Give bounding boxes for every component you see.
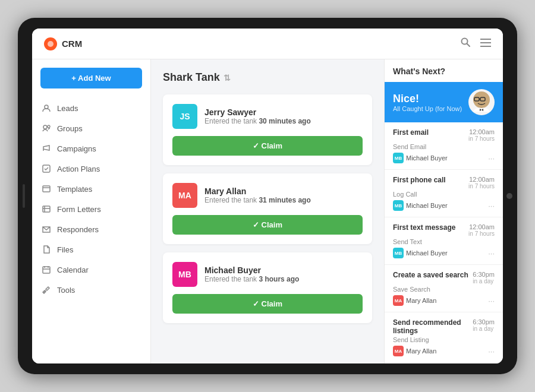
task-action: Log Call [393, 191, 495, 198]
topbar-logo: CRM [44, 37, 460, 50]
sidebar-item-form-letters[interactable]: Form Letters [32, 199, 150, 219]
add-new-button[interactable]: + Add New [40, 68, 142, 88]
sidebar-label-files: Files [57, 245, 73, 254]
task-more-button[interactable]: ··· [488, 201, 495, 210]
task-name: First email [393, 128, 429, 137]
campaigns-icon [42, 144, 51, 153]
sidebar-item-action-plans[interactable]: Action Plans [32, 159, 150, 179]
calendar-icon [42, 265, 51, 274]
task-time: 6:30pm [473, 271, 495, 278]
lead-cards-container: JS Jerry Sawyer Entered the tank 30 minu… [163, 94, 372, 323]
content-title: Shark Tank ⇅ [163, 71, 372, 84]
sidebar-label-leads: Leads [57, 104, 78, 113]
lead-header: JS Jerry Sawyer Entered the tank 30 minu… [172, 104, 363, 129]
claim-button[interactable]: ✓ Claim [172, 136, 363, 156]
claim-button[interactable]: ✓ Claim [172, 294, 363, 314]
task-person-avatar: MB [393, 248, 404, 258]
logo-icon [44, 37, 57, 50]
task-action: Send Listing [393, 336, 495, 343]
lead-name: Michael Buyer [204, 265, 299, 275]
topbar-icons [460, 37, 491, 50]
whats-next-header: What's Next? [385, 59, 503, 76]
task-name: First text message [393, 223, 455, 232]
menu-icon[interactable] [480, 37, 491, 50]
main-layout: + Add New Leads Groups [32, 59, 503, 363]
svg-rect-10 [43, 206, 50, 212]
svg-point-12 [473, 91, 490, 108]
lead-avatar: MB [172, 262, 197, 287]
task-item: First phone call 12:00am in 7 hours Log … [385, 170, 503, 217]
sidebar-item-campaigns[interactable]: Campaigns [32, 138, 150, 159]
sidebar-label-campaigns: Campaigns [57, 144, 96, 153]
task-time-sub: in 7 hours [468, 135, 495, 142]
sidebar-item-groups[interactable]: Groups [32, 118, 150, 138]
svg-point-6 [43, 125, 47, 129]
task-more-button[interactable]: ··· [488, 249, 495, 258]
sidebar-label-action-plans: Action Plans [57, 165, 100, 173]
sidebar-label-tools: Tools [57, 286, 75, 295]
task-action: Save Search [393, 286, 495, 293]
lead-avatar: JS [172, 104, 197, 129]
lead-name: Mary Allan [204, 186, 311, 196]
task-person-avatar: MB [393, 153, 404, 163]
lead-name: Jerry Sawyer [204, 108, 311, 117]
task-time: 12:00am [468, 176, 495, 183]
sidebar-item-files[interactable]: Files [32, 239, 150, 260]
sidebar-label-groups: Groups [57, 124, 83, 133]
form-letters-icon [42, 204, 51, 214]
logo-text: CRM [62, 39, 82, 49]
action-plans-icon [42, 164, 51, 173]
sort-icon[interactable]: ⇅ [224, 73, 231, 83]
task-time: 12:00am [468, 223, 495, 230]
sidebar-label-form-letters: Form Letters [57, 205, 101, 214]
lead-avatar: MA [172, 183, 197, 208]
sidebar-item-responders[interactable]: Responders [32, 219, 150, 239]
svg-line-2 [467, 44, 470, 47]
task-more-button[interactable]: ··· [488, 347, 495, 356]
lead-card: JS Jerry Sawyer Entered the tank 30 minu… [163, 94, 372, 165]
task-action: Send Email [393, 143, 495, 150]
tablet-frame: CRM + Add New Leads [18, 18, 517, 374]
task-more-button[interactable]: ··· [488, 296, 495, 305]
lead-header: MA Mary Allan Entered the tank 31 minute… [172, 183, 363, 208]
lead-card: MB Michael Buyer Entered the tank 3 hour… [163, 252, 372, 323]
responders-icon [42, 225, 51, 234]
task-name: Send recommended listings [393, 318, 473, 335]
task-time-sub: in 7 hours [468, 230, 495, 237]
task-time-sub: in 7 hours [468, 183, 495, 189]
svg-point-7 [48, 125, 50, 128]
task-items-container: First email 12:00am in 7 hours Send Emai… [385, 122, 503, 363]
task-person-name: Michael Buyer [406, 249, 448, 257]
groups-icon [42, 124, 51, 133]
sidebar-item-calendar[interactable]: Calendar [32, 260, 150, 280]
search-icon[interactable] [460, 37, 471, 50]
task-time-sub: in a day [473, 278, 495, 284]
sidebar-item-leads[interactable]: Leads [32, 98, 150, 118]
task-person-avatar: MA [393, 346, 404, 356]
sidebar-item-templates[interactable]: Templates [32, 179, 150, 199]
task-person-avatar: MA [393, 295, 404, 306]
content-area: Shark Tank ⇅ JS Jerry Sawyer Entered the… [151, 59, 384, 363]
screen: CRM + Add New Leads [32, 29, 503, 363]
svg-rect-9 [43, 186, 50, 192]
lead-time: Entered the tank 3 hours ago [204, 275, 299, 283]
task-more-button[interactable]: ··· [488, 154, 495, 163]
mascot-avatar [468, 89, 495, 115]
svg-point-0 [48, 41, 54, 47]
task-time: 12:00am [468, 128, 495, 135]
sidebar-label-calendar: Calendar [57, 265, 89, 274]
svg-rect-11 [43, 267, 50, 273]
sidebar-label-templates: Templates [57, 185, 92, 194]
sidebar-item-tools[interactable]: Tools [32, 280, 150, 300]
nice-banner: Nice! All Caught Up (for Now) [385, 82, 503, 122]
task-person-name: Mary Allan [406, 297, 436, 304]
topbar: CRM [32, 29, 503, 59]
task-item: Create a saved search 6:30pm in a day Sa… [385, 265, 503, 312]
claim-button[interactable]: ✓ Claim [172, 215, 363, 235]
lead-time: Entered the tank 31 minutes ago [204, 196, 311, 204]
task-item: First email 12:00am in 7 hours Send Emai… [385, 122, 503, 170]
task-name: Create a saved search [393, 271, 468, 279]
task-person-avatar: MB [393, 200, 404, 211]
task-item: Send recommended listings 6:30pm in a da… [385, 312, 503, 363]
task-person-name: Mary Allan [406, 347, 436, 355]
